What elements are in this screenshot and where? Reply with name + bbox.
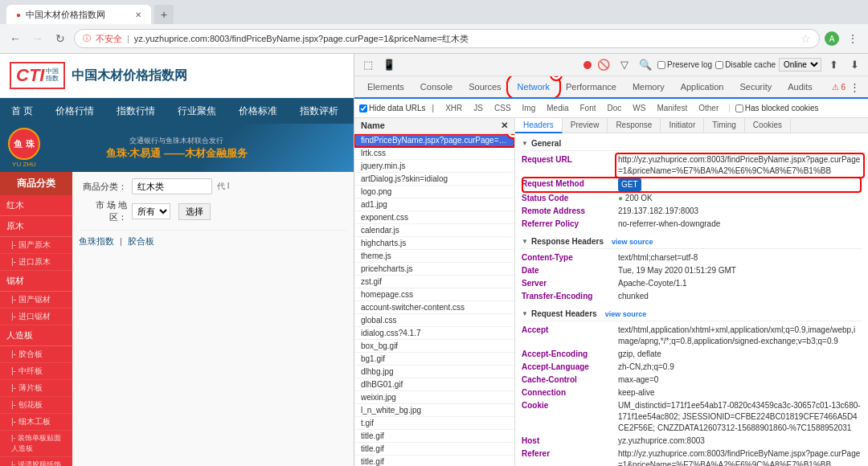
- devtools-clear-button[interactable]: 🚫: [595, 56, 612, 74]
- bottom-link-board[interactable]: 胶合板: [128, 236, 154, 246]
- bottom-link-index[interactable]: 鱼珠指数: [79, 236, 114, 246]
- forward-button[interactable]: →: [29, 30, 47, 47]
- throttle-select[interactable]: Online: [779, 58, 821, 72]
- cat-baohua[interactable]: |- 刨花板: [0, 397, 72, 414]
- cat-hongmu[interactable]: 红木: [0, 195, 72, 216]
- has-blocked-checkbox[interactable]: [735, 104, 743, 112]
- devtools-more-button[interactable]: ⋮: [845, 78, 863, 96]
- file-item-18[interactable]: dlhbg.jpg: [354, 366, 514, 378]
- tab-network[interactable]: Network 1: [510, 76, 558, 99]
- devtools-filter-button[interactable]: ▽: [616, 56, 633, 74]
- file-item-1[interactable]: lrtk.css: [354, 147, 514, 160]
- file-item-15[interactable]: idialog.css?4.1.7: [354, 327, 514, 340]
- cat-renzao[interactable]: 人造板: [0, 325, 72, 346]
- cat-yuanmu[interactable]: 原木: [0, 216, 72, 237]
- has-blocked-check[interactable]: Has blocked cookies: [735, 104, 819, 112]
- nav-industry[interactable]: 行业聚焦: [166, 98, 227, 124]
- cat-guochan-yuanmu[interactable]: |- 国产原木: [0, 237, 72, 254]
- search-region-select[interactable]: 所有: [132, 203, 170, 219]
- search-select-button[interactable]: 选择: [178, 203, 211, 220]
- file-item-3[interactable]: artDialog.js?skin=idialog: [354, 173, 514, 186]
- file-item-0[interactable]: findPriceByName.jspx?page.curPage=1&pric: [354, 134, 514, 147]
- detail-tab-preview[interactable]: Preview: [563, 118, 608, 133]
- cat-jinkou-jucai[interactable]: |- 进口锯材: [0, 309, 72, 325]
- search-category-input[interactable]: [132, 178, 212, 194]
- detail-tab-headers[interactable]: Headers: [515, 118, 563, 133]
- tab-memory[interactable]: Memory: [624, 76, 673, 99]
- file-item-21[interactable]: l_n_white_bg.jpg: [354, 404, 514, 417]
- detail-tab-cookies[interactable]: Cookies: [745, 118, 791, 133]
- devtools-import-button[interactable]: ⬆: [825, 56, 842, 74]
- file-item-14[interactable]: global.css: [354, 314, 514, 327]
- nav-analysis[interactable]: 指数评析: [289, 98, 350, 124]
- file-item-17[interactable]: bg1.gif: [354, 353, 514, 366]
- filter-doc[interactable]: Doc: [603, 103, 627, 113]
- file-item-5[interactable]: ad1.jpg: [354, 198, 514, 211]
- file-item-11[interactable]: zst.gif: [354, 276, 514, 288]
- file-item-24[interactable]: title.gif: [354, 443, 514, 456]
- devtools-download-button[interactable]: ⬇: [845, 56, 863, 74]
- filter-xhr[interactable]: XHR: [440, 103, 467, 113]
- filter-other[interactable]: Other: [694, 103, 723, 113]
- file-list-scroll[interactable]: findPriceByName.jspx?page.curPage=1&pric…: [354, 134, 514, 466]
- cat-jiaoheboard[interactable]: |- 胶合板: [0, 346, 72, 363]
- filter-media[interactable]: Media: [542, 103, 573, 113]
- file-item-4[interactable]: logo.png: [354, 186, 514, 198]
- filter-font[interactable]: Font: [575, 103, 600, 113]
- tab-audits[interactable]: Audits: [780, 76, 821, 99]
- file-item-22[interactable]: t.gif: [354, 417, 514, 430]
- file-item-19[interactable]: dlhBG01.gif: [354, 378, 514, 391]
- filter-manifest[interactable]: Manifest: [652, 103, 692, 113]
- file-item-7[interactable]: calendar.js: [354, 224, 514, 237]
- general-section-title[interactable]: ▼ General: [522, 137, 862, 151]
- browser-tab[interactable]: ● 中国木材价格指数网 ✕: [6, 5, 151, 24]
- preserve-log-checkbox[interactable]: [657, 61, 665, 69]
- back-button[interactable]: ←: [6, 30, 24, 47]
- cat-guochan-jucai[interactable]: |- 国产锯材: [0, 292, 72, 309]
- filter-css[interactable]: CSS: [489, 103, 516, 113]
- cat-jinjiao[interactable]: |- 浸渍胶膜纸饰面人造板: [0, 457, 72, 466]
- detail-tab-response[interactable]: Response: [608, 118, 661, 133]
- devtools-inspect-button[interactable]: ⬚: [359, 56, 377, 74]
- headers-content[interactable]: ▼ General Request URL http://yz.yuzhupri…: [515, 133, 868, 466]
- file-item-8[interactable]: highcharts.js: [354, 237, 514, 250]
- profile-icon[interactable]: A: [825, 31, 839, 46]
- refresh-button[interactable]: ↻: [51, 30, 69, 47]
- tab-application[interactable]: Application: [673, 76, 732, 99]
- file-item-20[interactable]: weixin.jpg: [354, 391, 514, 404]
- tab-elements[interactable]: Elements: [359, 76, 412, 99]
- nav-standard[interactable]: 价格标准: [227, 98, 289, 124]
- tab-console[interactable]: Console: [412, 76, 461, 99]
- file-item-23[interactable]: title.gif: [354, 430, 514, 443]
- cat-jinkou-yuanmu[interactable]: |- 进口原木: [0, 254, 72, 271]
- request-view-source[interactable]: view source: [605, 310, 647, 318]
- file-item-9[interactable]: theme.js: [354, 250, 514, 263]
- new-tab-button[interactable]: +: [154, 5, 174, 24]
- disable-cache-checkbox[interactable]: [715, 61, 723, 69]
- cat-jucai[interactable]: 锯材: [0, 271, 72, 292]
- nav-index[interactable]: 指数行情: [105, 98, 166, 124]
- preserve-log-check[interactable]: Preserve log: [657, 60, 712, 69]
- detail-tab-initiator[interactable]: Initiator: [661, 118, 704, 133]
- tab-close-button[interactable]: ✕: [135, 10, 141, 19]
- file-item-12[interactable]: homepage.css: [354, 288, 514, 301]
- response-view-source[interactable]: view source: [612, 238, 653, 246]
- cat-zhuangshi[interactable]: |- 装饰单板贴面人造板: [0, 431, 72, 457]
- file-item-6[interactable]: exponent.css: [354, 211, 514, 224]
- close-panel-button[interactable]: ✕: [501, 121, 508, 131]
- tab-sources[interactable]: Sources: [461, 76, 509, 99]
- devtools-device-button[interactable]: 📱: [380, 56, 398, 74]
- nav-home[interactable]: 首 页: [0, 98, 44, 124]
- detail-tab-timing[interactable]: Timing: [704, 118, 745, 133]
- address-bar[interactable]: ⓘ 不安全 | yz.yuzhuprice.com:8003/findPrice…: [74, 29, 820, 48]
- disable-cache-check[interactable]: Disable cache: [715, 60, 776, 69]
- hide-data-urls-checkbox[interactable]: [359, 104, 367, 112]
- filter-js[interactable]: JS: [469, 103, 488, 113]
- cat-xicimu[interactable]: |- 细木工板: [0, 414, 72, 431]
- bookmark-icon[interactable]: ☆: [800, 32, 811, 45]
- file-item-25[interactable]: title.gif: [354, 456, 514, 466]
- request-headers-title[interactable]: ▼ Request Headers view source: [522, 307, 862, 321]
- cat-bao[interactable]: |- 薄片板: [0, 380, 72, 397]
- nav-price[interactable]: 价格行情: [44, 98, 105, 124]
- file-item-10[interactable]: pricehcharts.js: [354, 263, 514, 276]
